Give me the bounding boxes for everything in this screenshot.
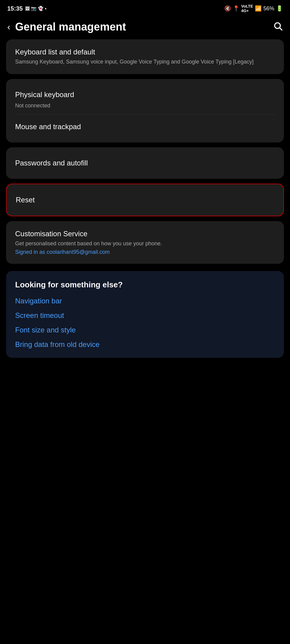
status-right-icons: 🔇 📍 VoLTE4G+ 📶 56% 🔋 bbox=[224, 4, 283, 13]
main-content: Keyboard list and default Samsung Keyboa… bbox=[0, 39, 290, 358]
time-display: 15:35 bbox=[7, 5, 23, 12]
snapchat-icon: 👻 bbox=[38, 6, 44, 11]
page-header: ‹ General management bbox=[0, 16, 290, 39]
signal-icon: 📶 bbox=[255, 5, 262, 12]
back-button[interactable]: ‹ bbox=[7, 22, 10, 32]
physical-keyboard-title[interactable]: Physical keyboard bbox=[15, 87, 275, 102]
battery-icon: 🔋 bbox=[276, 5, 283, 12]
reset-title: Reset bbox=[16, 193, 274, 207]
svg-line-1 bbox=[280, 28, 282, 30]
keyboard-subtitle: Samsung Keyboard, Samsung voice input, G… bbox=[15, 58, 275, 66]
status-bar: 15:35 🖼 📷 👻 • 🔇 📍 VoLTE4G+ 📶 56% 🔋 bbox=[0, 0, 290, 16]
status-time: 15:35 🖼 📷 👻 • bbox=[7, 5, 46, 12]
page-title: General management bbox=[15, 21, 126, 33]
gallery-icon: 🖼 bbox=[25, 6, 30, 11]
network-icon: VoLTE4G+ bbox=[241, 4, 253, 13]
customisation-subtitle: Get personalised content based on how yo… bbox=[15, 240, 275, 247]
dot-icon: • bbox=[45, 6, 46, 11]
battery-percent: 56% bbox=[263, 5, 274, 12]
screen-timeout-link[interactable]: Screen timeout bbox=[15, 311, 275, 320]
divider-1 bbox=[15, 114, 275, 115]
physical-keyboard-card: Physical keyboard Not connected Mouse an… bbox=[6, 79, 284, 142]
navigation-bar-link[interactable]: Navigation bar bbox=[15, 297, 275, 305]
search-button[interactable] bbox=[273, 21, 283, 33]
looking-title: Looking for something else? bbox=[15, 280, 275, 289]
font-size-style-link[interactable]: Font size and style bbox=[15, 326, 275, 334]
signed-in-text: Signed in as coolarihant95@gmail.com bbox=[15, 249, 275, 255]
header-left: ‹ General management bbox=[7, 21, 126, 33]
physical-keyboard-subtitle: Not connected bbox=[15, 102, 275, 110]
passwords-title: Passwords and autofill bbox=[15, 156, 275, 170]
location-icon: 📍 bbox=[233, 5, 239, 12]
bring-data-link[interactable]: Bring data from old device bbox=[15, 340, 275, 349]
instagram-icon: 📷 bbox=[31, 6, 37, 11]
looking-section: Looking for something else? Navigation b… bbox=[6, 271, 284, 358]
passwords-card[interactable]: Passwords and autofill bbox=[6, 147, 284, 179]
mouse-trackpad-title[interactable]: Mouse and trackpad bbox=[15, 119, 275, 134]
keyboard-card[interactable]: Keyboard list and default Samsung Keyboa… bbox=[6, 39, 284, 74]
customisation-title: Customisation Service bbox=[15, 230, 275, 238]
status-notification-icons: 🖼 📷 👻 • bbox=[25, 6, 46, 11]
reset-card[interactable]: Reset bbox=[6, 184, 284, 216]
customisation-card[interactable]: Customisation Service Get personalised c… bbox=[6, 221, 284, 263]
mute-icon: 🔇 bbox=[224, 5, 231, 12]
keyboard-title: Keyboard list and default bbox=[15, 48, 275, 56]
